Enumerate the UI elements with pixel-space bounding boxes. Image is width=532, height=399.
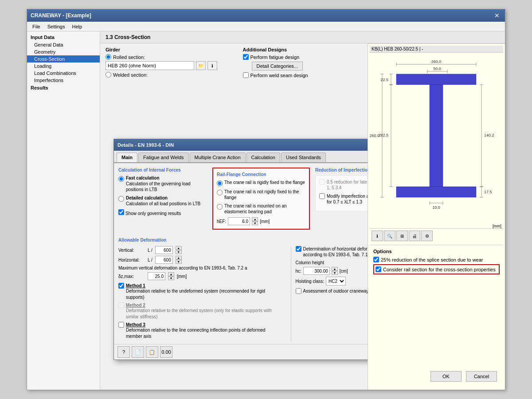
sidebar-item-imperfections[interactable]: Imperfections (27, 77, 100, 84)
dim-260-h-label: 260.0 (370, 133, 379, 138)
sidebar-item-geometry[interactable]: Geometry (27, 48, 100, 55)
sidebar-item-loading[interactable]: Loading (27, 63, 100, 70)
horizontal-down-arrow[interactable]: ▼ (176, 260, 182, 264)
dim-50-label: 50.0 (433, 66, 441, 71)
option1-checkbox[interactable] (373, 257, 379, 262)
menu-help[interactable]: Help (68, 23, 86, 30)
tab-bar: Main Fatigue and Welds Multiple Crane Ac… (114, 151, 368, 163)
sidebar-item-load-combinations[interactable]: Load Combinations (27, 70, 100, 77)
hef-input[interactable] (228, 217, 250, 225)
tab-main[interactable]: Main (117, 153, 137, 162)
dialog-copy-button[interactable]: 📋 (146, 346, 158, 358)
preview-fit-button[interactable]: ⊞ (396, 231, 408, 241)
preview-info-button[interactable]: ℹ (372, 231, 383, 241)
assessment-checkbox[interactable] (296, 288, 301, 294)
preview-zoom-button[interactable]: 🔍 (384, 231, 395, 241)
section-info-button[interactable]: ℹ (207, 61, 217, 70)
rail-radio-2[interactable] (217, 190, 223, 196)
detail-categories-button[interactable]: Detail Categories... (252, 62, 303, 70)
delta-down-arrow[interactable]: ▼ (168, 276, 174, 280)
rolled-section-radio[interactable] (106, 54, 111, 60)
hc-spinbox: ▲ ▼ (332, 267, 338, 275)
show-governing-checkbox[interactable] (118, 209, 124, 215)
main-ok-button[interactable]: OK (430, 371, 462, 382)
hc-down-arrow[interactable]: ▼ (332, 271, 338, 275)
show-governing-row: Show only governing results (118, 209, 207, 216)
section-folder-button[interactable]: 📁 (196, 61, 206, 70)
vertical-row: Vertical: L / ▲ ▼ (118, 246, 282, 254)
horizontal-prefix: L / (148, 258, 153, 262)
rail-option3-label: The crane rail is mounted on an elastome… (224, 203, 305, 215)
content-area: Input Data General Data Geometry Cross-S… (27, 31, 505, 390)
rail-radio-1[interactable] (217, 180, 223, 186)
hef-down-arrow[interactable]: ▼ (252, 221, 258, 225)
delta-up-arrow[interactable]: ▲ (168, 272, 174, 276)
tab-used-standards[interactable]: Used Standards (281, 153, 326, 162)
method2-desc: Deformation relative to the deformed sys… (126, 308, 282, 320)
rail-option3: The crane rail is mounted on an elastome… (217, 203, 305, 215)
weld-seam-checkbox[interactable] (243, 72, 249, 78)
vertical-up-arrow[interactable]: ▲ (176, 246, 182, 250)
delta-row: δz,max: ▲ ▼ [mm] (118, 272, 282, 280)
horizontal-input[interactable] (155, 256, 173, 264)
welded-section-radio[interactable] (106, 72, 111, 78)
additional-designs-label: Additional Designs (243, 47, 363, 52)
dialog-zero-button[interactable]: 0.00 (160, 346, 172, 358)
dialog-doc-button[interactable]: 📄 (132, 346, 144, 358)
rail-flange-title: Rail-Flange Connection (217, 172, 305, 177)
welded-section-row: Welded section: (106, 72, 225, 78)
dim-10-label: 10.0 (432, 205, 440, 210)
section-header: 1.3 Cross-Section (100, 31, 505, 43)
assessment-label: Assessment of outdoor craneway according… (303, 288, 368, 294)
vertical-down-arrow[interactable]: ▼ (176, 250, 182, 254)
vertical-input[interactable] (155, 246, 173, 254)
sidebar-item-cross-section[interactable]: Cross-Section (27, 55, 100, 63)
main-cancel-button[interactable]: Cancel (466, 371, 497, 382)
preview-print-button[interactable]: 🖨 (409, 231, 420, 241)
main-window: CRANEWAY - [Example] ✕ File Settings Hel… (27, 9, 505, 390)
reduction-cb-1[interactable] (319, 179, 325, 185)
section-input[interactable] (106, 61, 194, 70)
tab-calculation[interactable]: Calculation (246, 153, 280, 162)
tab-fatigue[interactable]: Fatigue and Welds (138, 153, 189, 162)
method1-desc: Deformation relative to the undeformed s… (126, 288, 282, 301)
delta-input[interactable] (148, 272, 165, 280)
determination-checkbox[interactable] (296, 246, 301, 252)
fast-calc-radio[interactable] (118, 176, 124, 182)
menu-file[interactable]: File (29, 23, 44, 30)
method3-checkbox[interactable] (118, 322, 124, 328)
fatigue-design-checkbox[interactable] (243, 54, 249, 60)
method1-checkbox[interactable] (118, 283, 124, 289)
sidebar-group-results: Results (27, 84, 100, 92)
reduction-cb-2[interactable] (319, 193, 325, 199)
sidebar-item-general[interactable]: General Data (27, 41, 100, 48)
hef-unit: [mm] (260, 219, 270, 224)
window-close-button[interactable]: ✕ (493, 12, 501, 19)
right-content: 1.3 Cross-Section Girder Rolled section: (100, 31, 505, 390)
option2-checkbox[interactable] (376, 266, 381, 272)
tab-multiple-crane[interactable]: Multiple Crane Action (190, 153, 246, 162)
left-deform-panel: Vertical: L / ▲ ▼ (118, 246, 282, 341)
dialog-help-button[interactable]: ? (117, 346, 130, 358)
sidebar-group-input: Input Data (27, 33, 100, 41)
hef-up-arrow[interactable]: ▲ (252, 217, 258, 221)
hef-label: hEF: (217, 219, 226, 224)
weld-seam-row: Perform weld seam design (243, 72, 363, 78)
mm-unit-label: [mm] (370, 224, 503, 228)
method2-checkbox[interactable] (118, 302, 124, 308)
detailed-calc-radio[interactable] (118, 196, 124, 202)
col-height-label: Column height (296, 260, 368, 265)
method3-desc: Deformation relative to the line connect… (126, 327, 282, 340)
hoisting-select[interactable]: HC1 HC2 HC3 HC4 (326, 277, 346, 286)
preview-settings-button[interactable]: ⚙ (421, 231, 433, 241)
dim-282-5-label: 282.5 (378, 133, 388, 137)
hc-up-arrow[interactable]: ▲ (332, 267, 338, 271)
horizontal-up-arrow[interactable]: ▲ (176, 256, 182, 260)
section-input-row: 📁 ℹ (106, 61, 225, 70)
hc-input[interactable] (303, 267, 330, 275)
rail-radio-3[interactable] (217, 204, 223, 210)
menu-settings[interactable]: Settings (44, 23, 69, 30)
hc-label: hc: (296, 269, 301, 274)
vertical-spinbox: ▲ ▼ (176, 246, 182, 254)
option1-label: 25% reduction of the splice section due … (381, 257, 483, 262)
